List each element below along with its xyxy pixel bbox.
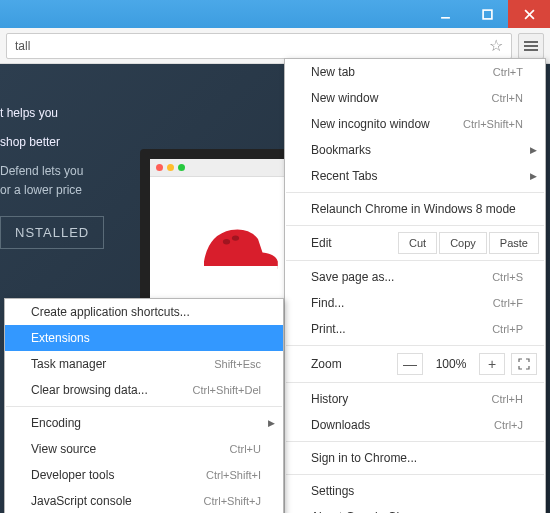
menu-recent-tabs[interactable]: Recent Tabs▶ bbox=[285, 163, 545, 189]
hamburger-menu-button[interactable] bbox=[518, 33, 544, 59]
menu-separator bbox=[286, 192, 544, 193]
submenu-js-console[interactable]: JavaScript consoleCtrl+Shift+J bbox=[5, 488, 283, 513]
menu-save-page[interactable]: Save page as...Ctrl+S bbox=[285, 264, 545, 290]
menu-separator bbox=[286, 345, 544, 346]
close-button[interactable] bbox=[508, 0, 550, 28]
address-bar[interactable]: tall ☆ bbox=[6, 33, 512, 59]
zoom-in-button[interactable]: + bbox=[479, 353, 505, 375]
submenu-task-manager[interactable]: Task managerShift+Esc bbox=[5, 351, 283, 377]
copy-button[interactable]: Copy bbox=[439, 232, 487, 254]
maximize-button[interactable] bbox=[466, 0, 508, 28]
menu-new-tab[interactable]: New tabCtrl+T bbox=[285, 59, 545, 85]
menu-signin[interactable]: Sign in to Chrome... bbox=[285, 445, 545, 471]
menu-separator bbox=[286, 382, 544, 383]
menu-separator bbox=[286, 225, 544, 226]
submenu-shortcuts[interactable]: Create application shortcuts... bbox=[5, 299, 283, 325]
paste-button[interactable]: Paste bbox=[489, 232, 539, 254]
menu-incognito[interactable]: New incognito windowCtrl+Shift+N bbox=[285, 111, 545, 137]
chevron-right-icon: ▶ bbox=[268, 418, 275, 428]
submenu-devtools[interactable]: Developer toolsCtrl+Shift+I bbox=[5, 462, 283, 488]
menu-bookmarks[interactable]: Bookmarks▶ bbox=[285, 137, 545, 163]
submenu-extensions[interactable]: Extensions bbox=[5, 325, 283, 351]
hamburger-icon bbox=[524, 45, 538, 47]
svg-point-4 bbox=[223, 239, 230, 244]
submenu-clear-data[interactable]: Clear browsing data...Ctrl+Shift+Del bbox=[5, 377, 283, 403]
menu-history[interactable]: HistoryCtrl+H bbox=[285, 386, 545, 412]
submenu-encoding[interactable]: Encoding▶ bbox=[5, 410, 283, 436]
chevron-right-icon: ▶ bbox=[530, 145, 537, 155]
menu-downloads[interactable]: DownloadsCtrl+J bbox=[285, 412, 545, 438]
menu-relaunch[interactable]: Relaunch Chrome in Windows 8 mode bbox=[285, 196, 545, 222]
main-menu: New tabCtrl+T New windowCtrl+N New incog… bbox=[284, 58, 546, 513]
menu-find[interactable]: Find...Ctrl+F bbox=[285, 290, 545, 316]
menu-separator bbox=[286, 474, 544, 475]
bookmark-star-icon[interactable]: ☆ bbox=[489, 36, 503, 55]
fullscreen-button[interactable] bbox=[511, 353, 537, 375]
zoom-out-button[interactable]: — bbox=[397, 353, 423, 375]
more-tools-submenu: Create application shortcuts... Extensio… bbox=[4, 298, 284, 513]
menu-new-window[interactable]: New windowCtrl+N bbox=[285, 85, 545, 111]
menu-edit-row: Edit Cut Copy Paste bbox=[285, 229, 545, 257]
menu-print[interactable]: Print...Ctrl+P bbox=[285, 316, 545, 342]
window-titlebar bbox=[0, 0, 550, 28]
minimize-button[interactable] bbox=[424, 0, 466, 28]
chevron-right-icon: ▶ bbox=[530, 171, 537, 181]
menu-zoom-row: Zoom — 100% + bbox=[285, 349, 545, 379]
cut-button[interactable]: Cut bbox=[398, 232, 437, 254]
submenu-view-source[interactable]: View sourceCtrl+U bbox=[5, 436, 283, 462]
menu-separator bbox=[286, 260, 544, 261]
installed-badge: NSTALLED bbox=[0, 216, 104, 249]
menu-separator bbox=[6, 406, 282, 407]
address-text: tall bbox=[15, 39, 489, 53]
svg-rect-1 bbox=[483, 10, 492, 19]
zoom-percent: 100% bbox=[429, 357, 473, 371]
menu-settings[interactable]: Settings bbox=[285, 478, 545, 504]
svg-point-5 bbox=[232, 235, 239, 240]
menu-separator bbox=[286, 441, 544, 442]
menu-about[interactable]: About Google Chrome bbox=[285, 504, 545, 513]
